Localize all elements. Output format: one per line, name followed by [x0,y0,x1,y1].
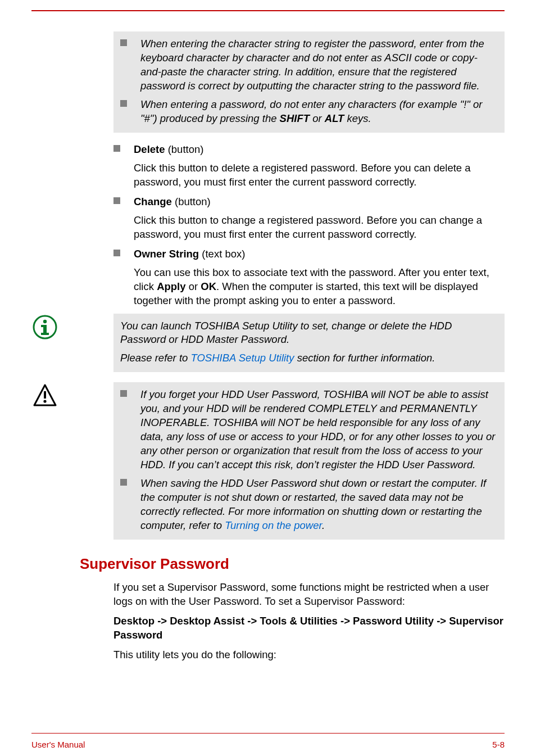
note-item: When entering a password, do not enter a… [120,98,498,126]
text-fragment: keys. [344,112,371,124]
navigation-path: Desktop -> Desktop Assist -> Tools & Uti… [113,614,505,642]
square-bullet-icon [120,479,127,486]
square-bullet-icon [120,100,127,107]
section-paragraph: This utility lets you do the following: [113,648,505,662]
warning-text: When saving the HDD User Password shut d… [140,477,498,533]
definition-list: Delete (button) Click this button to del… [113,143,505,308]
note-text: When entering a password, do not enter a… [140,98,498,126]
square-bullet-icon [113,250,120,256]
footer-page-number: 5-8 [492,740,505,749]
info-note-body: You can launch TOSHIBA Setup Utility to … [113,314,505,373]
svg-point-1 [43,319,47,323]
warning-item: If you forget your HDD User Password, TO… [120,388,498,472]
info-line: You can launch TOSHIBA Setup Utility to … [120,319,498,347]
section-paragraph: If you set a Supervisor Password, some f… [113,581,505,609]
button-name: Apply [157,280,185,292]
item-description: You can use this box to associate text w… [134,266,505,308]
info-icon-cell [31,314,113,342]
item-label: Delete (button) [134,143,203,157]
section-heading-supervisor-password: Supervisor Password [80,555,505,573]
header-rule [31,10,505,11]
square-bullet-icon [120,390,127,397]
list-item-owner-string: Owner String (text box) [113,247,505,261]
svg-rect-4 [41,333,49,335]
note-text: When entering the character string to re… [140,37,498,93]
warning-icon-cell [31,382,113,410]
svg-rect-6 [44,391,46,399]
text-fragment: Please refer to [120,352,190,364]
item-description: Click this button to delete a registered… [134,161,505,189]
warning-item: When saving the HDD User Password shut d… [120,477,498,533]
info-line: Please refer to TOSHIBA Setup Utility se… [120,351,498,365]
square-bullet-icon [113,197,120,204]
note-item: When entering the character string to re… [120,37,498,93]
label-rest: (text box) [199,248,245,260]
square-bullet-icon [120,39,127,46]
svg-rect-3 [41,325,47,327]
info-icon [33,315,57,339]
content-column: When entering the character string to re… [113,31,505,662]
page: When entering the character string to re… [0,0,536,756]
button-name: OK [201,280,216,292]
list-item-delete: Delete (button) [113,143,505,157]
label-rest: (button) [172,196,211,207]
label-bold: Owner String [134,248,199,260]
warning-icon [33,383,57,408]
text-fragment: or [186,280,201,292]
key-name: ALT [325,112,344,124]
cross-ref-link[interactable]: TOSHIBA Setup Utility [190,352,294,364]
label-bold: Delete [134,143,165,155]
list-item-change: Change (button) [113,195,505,209]
text-fragment: section for further information. [294,352,435,364]
item-description: Click this button to change a registered… [134,214,505,242]
item-label: Owner String (text box) [134,247,245,261]
item-label: Change (button) [134,195,211,209]
square-bullet-icon [113,145,120,152]
svg-point-7 [43,400,46,403]
text-fragment: or [310,112,325,124]
footer-rule [31,733,505,734]
label-bold: Change [134,196,172,207]
info-note-block: You can launch TOSHIBA Setup Utility to … [31,314,505,373]
warning-text: If you forget your HDD User Password, TO… [140,388,498,472]
warning-note-block: If you forget your HDD User Password, TO… [31,382,505,540]
note-box-password-entry: When entering the character string to re… [113,31,505,133]
page-footer: User's Manual 5-8 [31,740,505,749]
warning-note-body: If you forget your HDD User Password, TO… [113,382,505,540]
key-name: SHIFT [280,112,310,124]
footer-left: User's Manual [31,740,85,749]
cross-ref-link[interactable]: Turning on the power [225,519,322,531]
text-fragment: . [322,519,325,531]
label-rest: (button) [165,143,204,155]
